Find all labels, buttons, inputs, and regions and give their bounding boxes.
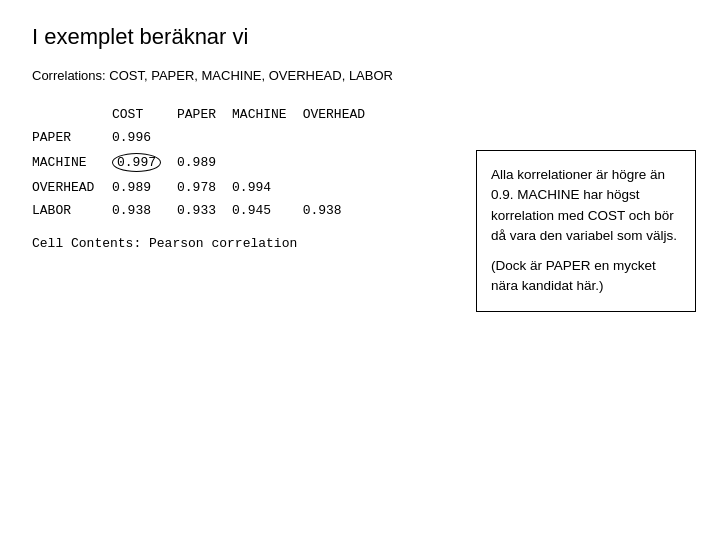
header-machine: MACHINE (232, 103, 303, 126)
cell-labor-paper: 0.933 (177, 199, 232, 222)
row-label-overhead: OVERHEAD (32, 176, 112, 199)
table-row: PAPER 0.996 (32, 126, 381, 149)
cell-labor-machine: 0.945 (232, 199, 303, 222)
header-cost: COST (112, 103, 177, 126)
cell-labor-overhead: 0.938 (303, 199, 381, 222)
table-row: LABOR 0.938 0.933 0.945 0.938 (32, 199, 381, 222)
cell-paper-overhead (303, 126, 381, 149)
cell-paper-cost: 0.996 (112, 126, 177, 149)
header-paper: PAPER (177, 103, 232, 126)
table-row: OVERHEAD 0.989 0.978 0.994 (32, 176, 381, 199)
circled-value: 0.997 (112, 153, 161, 172)
page-title: I exemplet beräknar vi (32, 24, 688, 50)
cell-machine-machine (232, 149, 303, 176)
correlation-table: COST PAPER MACHINE OVERHEAD PAPER 0.996 … (32, 103, 381, 222)
callout-paragraph-1: Alla korrelationer är högre än 0.9. MACH… (491, 165, 681, 246)
cell-paper-machine (232, 126, 303, 149)
subtitle: Correlations: COST, PAPER, MACHINE, OVER… (32, 68, 688, 83)
cell-overhead-overhead (303, 176, 381, 199)
row-label-machine: MACHINE (32, 149, 112, 176)
cell-overhead-machine: 0.994 (232, 176, 303, 199)
table-row: MACHINE 0.997 0.989 (32, 149, 381, 176)
header-empty (32, 103, 112, 126)
cell-overhead-paper: 0.978 (177, 176, 232, 199)
cell-machine-cost: 0.997 (112, 149, 177, 176)
cell-overhead-cost: 0.989 (112, 176, 177, 199)
table-header-row: COST PAPER MACHINE OVERHEAD (32, 103, 381, 126)
header-overhead: OVERHEAD (303, 103, 381, 126)
cell-machine-overhead (303, 149, 381, 176)
callout-paragraph-2: (Dock är PAPER en mycket nära kandidat h… (491, 256, 681, 297)
row-label-labor: LABOR (32, 199, 112, 222)
row-label-paper: PAPER (32, 126, 112, 149)
cell-machine-paper: 0.989 (177, 149, 232, 176)
cell-paper-paper (177, 126, 232, 149)
callout-box: Alla korrelationer är högre än 0.9. MACH… (476, 150, 696, 312)
cell-labor-cost: 0.938 (112, 199, 177, 222)
